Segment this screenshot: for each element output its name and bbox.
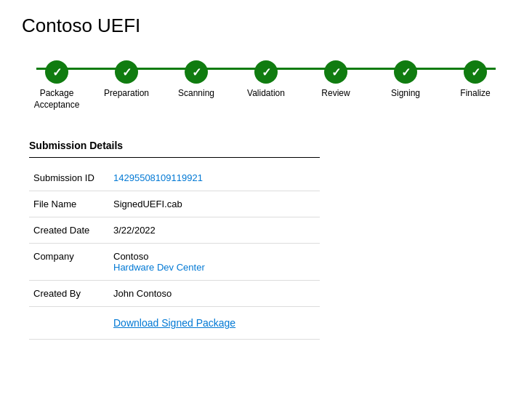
company-sub-link[interactable]: Hardware Dev Center (113, 262, 315, 273)
step-circle-validation: ✓ (254, 60, 278, 84)
section-divider (29, 157, 320, 158)
step-circle-review: ✓ (324, 60, 347, 84)
progress-bar: ✓ PackageAcceptance ✓ Preparation ✓ Scan… (22, 53, 510, 111)
step-label-finalize: Finalize (460, 88, 490, 100)
field-value-company: Contoso Hardware Dev Center (109, 244, 320, 281)
download-signed-package-link[interactable]: Download Signed Package (113, 317, 235, 329)
field-label-file-name: File Name (29, 191, 109, 217)
table-row: Submission ID 14295508109119921 (29, 165, 320, 191)
step-circle-preparation: ✓ (115, 60, 138, 84)
table-row: Created Date 3/22/2022 (29, 217, 320, 244)
step-circle-scanning: ✓ (185, 60, 208, 84)
table-row: Company Contoso Hardware Dev Center (29, 244, 320, 281)
submission-id-link[interactable]: 14295508109119921 (113, 172, 203, 183)
step-label-preparation: Preparation (104, 88, 149, 100)
step-label-validation: Validation (247, 88, 285, 100)
field-label-submission-id: Submission ID (29, 165, 109, 191)
field-value-submission-id[interactable]: 14295508109119921 (109, 165, 320, 191)
step-review: ✓ Review (301, 60, 371, 100)
field-label-created-by: Created By (29, 281, 109, 307)
download-cell[interactable]: Download Signed Package (109, 307, 320, 340)
step-label-package-acceptance: PackageAcceptance (34, 88, 80, 111)
field-label-company: Company (29, 244, 109, 281)
step-circle-finalize: ✓ (464, 60, 487, 84)
step-finalize: ✓ Finalize (440, 60, 510, 100)
step-validation: ✓ Validation (231, 60, 301, 100)
details-table: Submission ID 14295508109119921 File Nam… (29, 165, 320, 340)
step-signing: ✓ Signing (371, 60, 440, 100)
step-label-signing: Signing (391, 88, 420, 100)
step-label-scanning: Scanning (178, 88, 214, 100)
submission-details: Submission Details Submission ID 1429550… (29, 140, 320, 340)
page-title: Contoso UEFI (22, 15, 510, 37)
field-value-created-by: John Contoso (109, 281, 320, 307)
step-preparation: ✓ Preparation (92, 60, 161, 100)
field-value-file-name: SignedUEFI.cab (109, 191, 320, 217)
step-circle-signing: ✓ (394, 60, 417, 84)
step-package-acceptance: ✓ PackageAcceptance (22, 60, 92, 111)
field-value-created-date: 3/22/2022 (109, 217, 320, 244)
download-row: Download Signed Package (29, 307, 320, 340)
section-title: Submission Details (29, 140, 320, 151)
download-cell-empty (29, 307, 109, 340)
table-row: File Name SignedUEFI.cab (29, 191, 320, 217)
step-circle-package-acceptance: ✓ (45, 60, 68, 84)
table-row: Created By John Contoso (29, 281, 320, 307)
field-label-created-date: Created Date (29, 217, 109, 244)
step-label-review: Review (321, 88, 350, 100)
step-scanning: ✓ Scanning (161, 60, 231, 100)
